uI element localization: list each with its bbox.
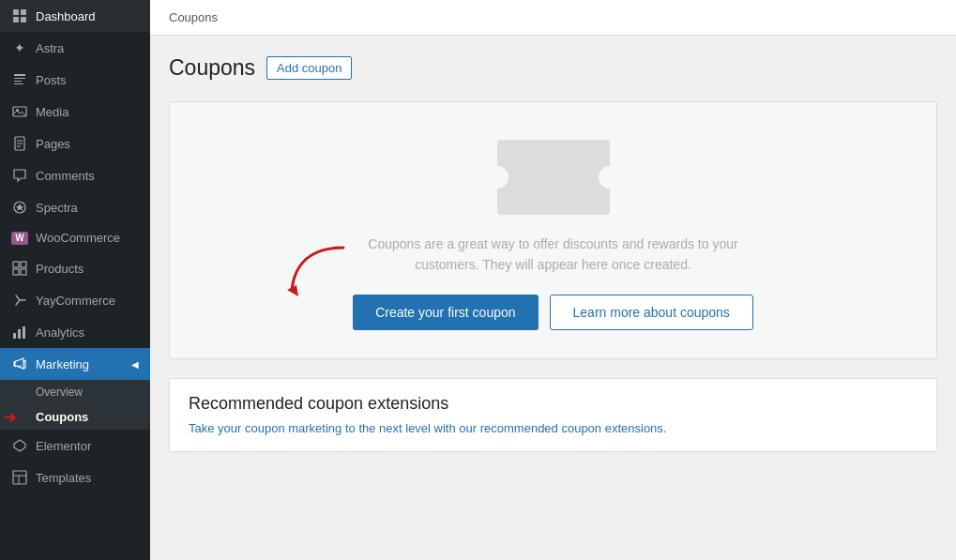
page-header: Coupons Add coupon bbox=[169, 54, 937, 83]
elementor-icon bbox=[11, 437, 28, 454]
coupons-label: Coupons bbox=[36, 410, 88, 424]
sidebar: Dashboard ✦ Astra Posts Media Pages Comm… bbox=[0, 0, 150, 560]
svg-rect-1 bbox=[21, 9, 26, 15]
svg-marker-18 bbox=[14, 440, 25, 451]
sidebar-item-products[interactable]: Products bbox=[0, 252, 150, 284]
empty-state-actions: Create your first coupon Learn more abou… bbox=[353, 295, 753, 330]
sidebar-item-comments[interactable]: Comments bbox=[0, 159, 150, 191]
sidebar-item-woocommerce[interactable]: W WooCommerce bbox=[0, 223, 150, 252]
templates-icon bbox=[11, 469, 28, 486]
sidebar-item-elementor[interactable]: Elementor bbox=[0, 430, 150, 462]
sidebar-sub-overview[interactable]: Overview bbox=[0, 380, 150, 404]
media-icon bbox=[11, 103, 28, 120]
marketing-icon bbox=[11, 356, 28, 372]
sidebar-item-label: Elementor bbox=[36, 439, 91, 453]
content-area: Coupons Add coupon Coupons are a great w… bbox=[150, 36, 956, 560]
sidebar-item-astra[interactable]: ✦ Astra bbox=[0, 32, 150, 64]
coupon-shape bbox=[497, 140, 610, 215]
sidebar-item-posts[interactable]: Posts bbox=[0, 64, 150, 96]
svg-rect-0 bbox=[13, 9, 19, 15]
main-content: Coupons Coupons Add coupon Coupons are a… bbox=[150, 0, 956, 560]
svg-rect-2 bbox=[13, 17, 19, 23]
sidebar-item-label: Templates bbox=[36, 471, 91, 485]
add-coupon-button[interactable]: Add coupon bbox=[266, 56, 352, 80]
sidebar-item-label: YayCommerce bbox=[36, 294, 115, 308]
sidebar-item-label: Media bbox=[36, 105, 68, 119]
marketing-submenu: Overview ➜ Coupons bbox=[0, 380, 150, 430]
sidebar-item-label: Astra bbox=[36, 41, 64, 55]
sidebar-item-label: Products bbox=[36, 262, 83, 276]
sidebar-sub-coupons[interactable]: ➜ Coupons bbox=[0, 404, 150, 430]
sidebar-item-label: Spectra bbox=[36, 201, 78, 215]
sidebar-item-label: Analytics bbox=[36, 325, 84, 340]
svg-rect-11 bbox=[13, 262, 19, 267]
sidebar-item-label: Dashboard bbox=[36, 9, 96, 23]
sidebar-item-label: Posts bbox=[36, 73, 67, 87]
sidebar-item-yaycommerce[interactable]: YayCommerce bbox=[0, 284, 150, 316]
empty-state: Coupons are a great way to offer discoun… bbox=[169, 101, 937, 359]
recommended-title: Recommended coupon extensions bbox=[189, 394, 918, 414]
svg-rect-3 bbox=[21, 17, 26, 23]
svg-rect-14 bbox=[21, 269, 26, 275]
svg-rect-16 bbox=[18, 329, 21, 339]
sidebar-item-analytics[interactable]: Analytics bbox=[0, 316, 150, 348]
svg-rect-17 bbox=[23, 326, 25, 339]
dashboard-icon bbox=[11, 8, 28, 24]
breadcrumb: Coupons bbox=[169, 10, 218, 24]
overview-label: Overview bbox=[36, 386, 83, 399]
svg-rect-12 bbox=[21, 262, 26, 267]
sidebar-item-label: Marketing bbox=[36, 357, 89, 371]
page-title: Coupons bbox=[169, 54, 255, 83]
recommended-section: Recommended coupon extensions Take your … bbox=[169, 378, 937, 452]
sidebar-item-label: Comments bbox=[36, 169, 95, 183]
svg-rect-15 bbox=[13, 333, 16, 339]
posts-icon bbox=[11, 71, 28, 88]
create-first-coupon-button[interactable]: Create your first coupon bbox=[353, 295, 538, 330]
topbar: Coupons bbox=[150, 0, 956, 36]
spectra-icon bbox=[11, 199, 28, 216]
woocommerce-icon: W bbox=[11, 232, 28, 245]
recommended-subtitle[interactable]: Take your coupon marketing to the next l… bbox=[189, 421, 666, 435]
empty-state-description: Coupons are a great way to offer discoun… bbox=[338, 234, 769, 276]
arrow-indicator: ➜ bbox=[2, 407, 17, 427]
svg-rect-19 bbox=[13, 471, 26, 484]
analytics-icon bbox=[11, 324, 28, 341]
comments-icon bbox=[11, 167, 28, 184]
arrow-indicator bbox=[278, 238, 353, 304]
astra-icon: ✦ bbox=[11, 39, 28, 56]
sidebar-item-marketing[interactable]: Marketing ◀ bbox=[0, 348, 150, 380]
sidebar-item-label: Pages bbox=[36, 137, 70, 151]
learn-more-button[interactable]: Learn more about coupons bbox=[550, 295, 753, 330]
products-icon bbox=[11, 260, 28, 277]
sidebar-item-label: WooCommerce bbox=[36, 231, 120, 245]
sidebar-item-pages[interactable]: Pages bbox=[0, 128, 150, 159]
sidebar-item-dashboard[interactable]: Dashboard bbox=[0, 0, 150, 32]
chevron-right-icon: ◀ bbox=[131, 359, 139, 370]
sidebar-item-templates[interactable]: Templates bbox=[0, 462, 150, 493]
sidebar-item-spectra[interactable]: Spectra bbox=[0, 191, 150, 223]
yaycommerce-icon bbox=[11, 292, 28, 309]
coupon-illustration bbox=[497, 140, 610, 215]
svg-rect-13 bbox=[13, 269, 19, 275]
sidebar-item-media[interactable]: Media bbox=[0, 96, 150, 128]
pages-icon bbox=[11, 135, 28, 152]
